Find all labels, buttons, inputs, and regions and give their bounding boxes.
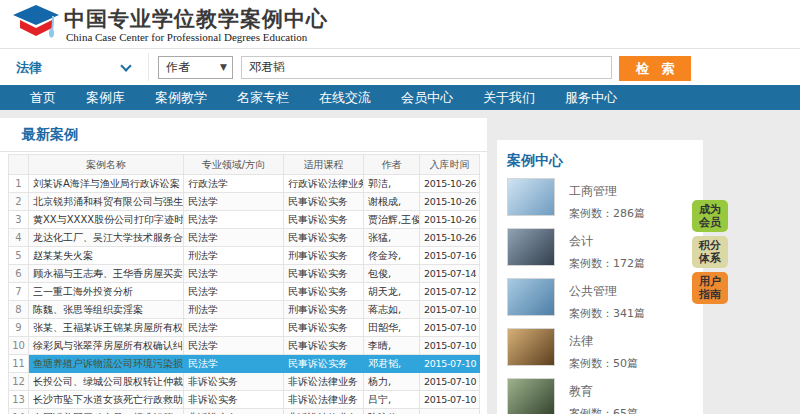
category-item[interactable]: 公共管理 案例数：341篇 (507, 278, 703, 321)
table-row: 14 中国诉美国四种产品（标准钢管、矩形 非诉讼实务 非诉讼法律业务 陈咏梅, … (9, 409, 480, 414)
category-item[interactable]: 会计 案例数：172篇 (507, 228, 703, 271)
category-item[interactable]: 法律 案例数：50篇 (507, 328, 703, 371)
case-link[interactable]: 中国诉美国四种产品（标准钢管、矩形 (29, 409, 184, 414)
category-text: 教育 案例数：65篇 (569, 378, 638, 414)
category-name: 公共管理 (569, 283, 645, 300)
category-name: 会计 (569, 233, 645, 250)
category-item[interactable]: 教育 案例数：65篇 (507, 378, 703, 414)
site-logo[interactable] (12, 3, 60, 45)
table-row: 4 龙达化工厂、吴江大学技术服务合同纠 民法学 民事诉讼实务 张猛, 2015-… (9, 229, 480, 247)
nav-item[interactable]: 会员中心 (401, 89, 453, 107)
case-date: 2015-07-16 (420, 247, 480, 265)
case-index: 1 (9, 175, 29, 193)
case-index: 13 (9, 391, 29, 409)
side-button-line2: 指南 (692, 288, 728, 301)
case-link[interactable]: 徐彩凤与张翠萍房屋所有权确认纠纷案 (29, 337, 184, 355)
case-link[interactable]: 张某、王福某诉王锦某房屋所有权确认 (29, 319, 184, 337)
nav-item[interactable]: 服务中心 (565, 89, 617, 107)
table-row: 13 长沙市坠下水道女孩死亡行政救助案例 非诉讼实务 非诉讼法律业务 吕宁, 2… (9, 391, 480, 409)
table-row: 11 鱼塘养殖户诉物流公司环境污染损害案 民法学 民事诉讼实务 邓君韬, 201… (9, 355, 480, 373)
search-bar: 法律 作者 ▼ 检 索 (0, 48, 800, 85)
case-link[interactable]: 刘某诉A海洋与渔业局行政诉讼案 (29, 175, 184, 193)
category-text: 工商管理 案例数：286篇 (569, 178, 645, 221)
case-course: 民事诉讼实务 (284, 283, 364, 301)
case-author: 蒋志如, (364, 301, 420, 319)
case-link[interactable]: 长沙市坠下水道女孩死亡行政救助案例 (29, 391, 184, 409)
site-title: 中国专业学位教学案例中心 (64, 5, 328, 33)
case-index: 12 (9, 373, 29, 391)
search-input[interactable] (241, 56, 612, 79)
side-button[interactable]: 积分 体系 (692, 236, 728, 268)
category-thumbnail (507, 378, 555, 414)
graduation-cap-icon (12, 3, 60, 45)
field-select-value: 作者 (166, 60, 190, 74)
case-course: 行政诉讼法律业务 (284, 175, 364, 193)
side-button[interactable]: 成为 会员 (692, 200, 728, 232)
case-author: 邓君韬, (364, 355, 420, 373)
table-row: 3 黄XX与XXXX股份公司打印字迹时间... 民法学 民事诉讼实务 贾治辉,王… (9, 211, 480, 229)
case-date: 2015-07-10 (420, 373, 480, 391)
case-course: 民事诉讼实务 (284, 211, 364, 229)
side-button-line1: 成为 (692, 203, 728, 216)
case-link[interactable]: 顾永福与王志寿、王华香房屋买卖合同 (29, 265, 184, 283)
case-field: 民法学 (184, 229, 284, 247)
nav-item[interactable]: 案例教学 (155, 89, 207, 107)
col-header-name: 案例名称 (29, 155, 184, 175)
case-index: 4 (9, 229, 29, 247)
nav-item[interactable]: 案例库 (86, 89, 125, 107)
case-link[interactable]: 陈魏、张思等组织卖淫案 (29, 301, 184, 319)
table-row: 6 顾永福与王志寿、王华香房屋买卖合同 民法学 民事诉讼实务 包俊, 2015-… (9, 265, 480, 283)
category-name: 教育 (569, 383, 638, 400)
table-row: 5 赵某某失火案 刑法学 刑事诉讼实务 佟金玲, 2015-07-16 (9, 247, 480, 265)
case-link[interactable]: 长投公司、绿城公司股权转让仲裁案（ (29, 373, 184, 391)
case-date: 2015-07-10 (420, 391, 480, 409)
case-link[interactable]: 龙达化工厂、吴江大学技术服务合同纠 (29, 229, 184, 247)
select-arrow-icon: ▼ (220, 57, 227, 78)
side-button-line2: 体系 (692, 252, 728, 265)
case-course: 民事诉讼实务 (284, 229, 364, 247)
case-link[interactable]: 赵某某失火案 (29, 247, 184, 265)
case-field: 民法学 (184, 211, 284, 229)
case-course: 民事诉讼实务 (284, 319, 364, 337)
category-count: 案例数：65篇 (569, 406, 638, 414)
case-field: 刑法学 (184, 247, 284, 265)
case-link[interactable]: 鱼塘养殖户诉物流公司环境污染损害案 (29, 355, 184, 373)
case-date: 2015-10-26 (420, 193, 480, 211)
nav-item[interactable]: 名家专栏 (237, 89, 289, 107)
case-date: 2015-07-10 (420, 337, 480, 355)
case-author: 郭洁, (364, 175, 420, 193)
category-item[interactable]: 工商管理 案例数：286篇 (507, 178, 703, 221)
table-row: 12 长投公司、绿城公司股权转让仲裁案（ 非诉讼实务 非诉讼法律业务 杨力, 2… (9, 373, 480, 391)
page: 中国专业学位教学案例中心 China Case Center for Profe… (0, 0, 800, 414)
search-button[interactable]: 检 索 (619, 56, 691, 81)
category-name: 法律 (569, 333, 638, 350)
case-link[interactable]: 黄XX与XXXX股份公司打印字迹时间... (29, 211, 184, 229)
nav-item[interactable]: 在线交流 (319, 89, 371, 107)
col-header-date: 入库时间 (420, 155, 480, 175)
category-count: 案例数：172篇 (569, 256, 645, 271)
latest-cases-table: 案例名称 专业领域/方向 适用课程 作者 入库时间 1 刘某诉A海洋与渔业局行政… (8, 154, 480, 414)
latest-cases-title: 最新案例 (0, 118, 487, 152)
case-author: 包俊, (364, 265, 420, 283)
side-button-line1: 用户 (692, 275, 728, 288)
case-course: 民事诉讼实务 (284, 355, 364, 373)
category-text: 会计 案例数：172篇 (569, 228, 645, 271)
case-field: 民法学 (184, 355, 284, 373)
nav-item[interactable]: 关于我们 (483, 89, 535, 107)
case-index: 14 (9, 409, 29, 414)
case-field: 行政法学 (184, 175, 284, 193)
case-link[interactable]: 三一重工海外投资分析 (29, 283, 184, 301)
case-link[interactable]: 北京锐邦涌和科贸有限公司与强生（上 (29, 193, 184, 211)
category-select[interactable]: 法律 (16, 58, 138, 78)
field-select[interactable]: 作者 ▼ (158, 56, 233, 79)
case-index: 8 (9, 301, 29, 319)
side-button-line1: 积分 (692, 239, 728, 252)
category-count: 案例数：50篇 (569, 356, 638, 371)
case-date: 2015-10-26 (420, 211, 480, 229)
side-button[interactable]: 用户 指南 (692, 272, 728, 304)
nav-item[interactable]: 首页 (30, 89, 56, 107)
case-index: 6 (9, 265, 29, 283)
col-header-field: 专业领域/方向 (184, 155, 284, 175)
case-author: 李晴, (364, 337, 420, 355)
case-author: 杨力, (364, 373, 420, 391)
